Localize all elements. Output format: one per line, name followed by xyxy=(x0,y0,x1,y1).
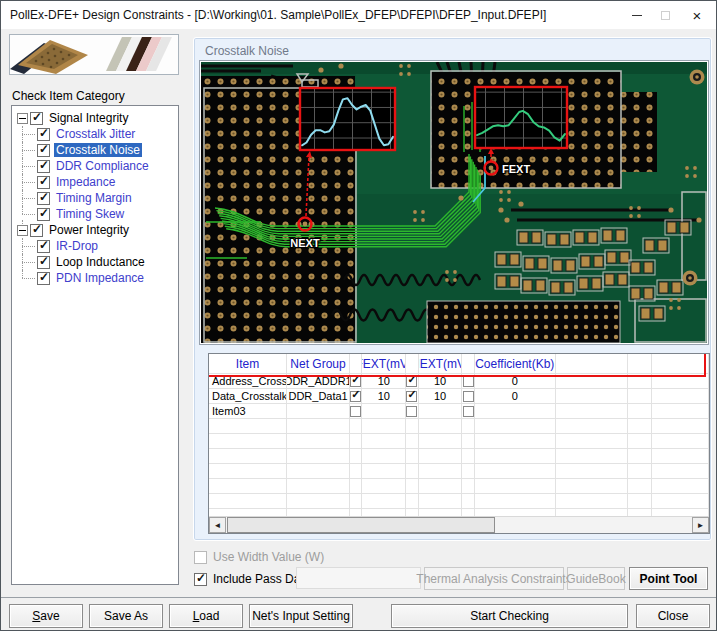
tree-item-signal-integrity[interactable]: ✓Signal Integrity xyxy=(12,110,178,126)
tree-item-crosstalk-jitter[interactable]: ✓Crosstalk Jitter xyxy=(12,126,178,142)
table-cell[interactable] xyxy=(556,464,628,479)
tree-checkbox[interactable]: ✓ xyxy=(37,176,50,189)
table-cell[interactable] xyxy=(628,374,652,389)
table-checkbox[interactable] xyxy=(463,391,474,402)
table-cell[interactable] xyxy=(406,434,418,449)
tree-item-ddr-compliance[interactable]: ✓DDR Compliance xyxy=(12,158,178,174)
table-cell[interactable] xyxy=(628,434,652,449)
table-cell[interactable] xyxy=(556,419,628,434)
nets-input-setting-button[interactable]: Net's Input Setting xyxy=(249,604,353,628)
table-cell[interactable] xyxy=(419,449,463,464)
tree-checkbox[interactable]: ✓ xyxy=(37,256,50,269)
start-checking-button[interactable]: Start Checking xyxy=(391,604,628,628)
table-cell[interactable] xyxy=(462,419,474,434)
table-cell[interactable] xyxy=(419,494,463,509)
table-cell[interactable] xyxy=(406,404,418,419)
table-cell[interactable] xyxy=(652,404,709,419)
table-checkbox[interactable] xyxy=(463,376,474,387)
table-cell[interactable] xyxy=(652,464,709,479)
table-cell[interactable] xyxy=(556,374,628,389)
tree-item-crosstalk-noise[interactable]: ✓Crosstalk Noise xyxy=(12,142,178,158)
tree-checkbox[interactable]: ✓ xyxy=(37,144,50,157)
tree-checkbox[interactable]: ✓ xyxy=(37,272,50,285)
table-checkbox[interactable]: ✓ xyxy=(350,391,361,402)
table-cell[interactable] xyxy=(462,374,474,389)
table-cell[interactable] xyxy=(628,449,652,464)
table-cell[interactable] xyxy=(287,449,350,464)
save-button[interactable]: Save xyxy=(9,604,83,628)
tree-checkbox[interactable]: ✓ xyxy=(37,128,50,141)
table-cell[interactable] xyxy=(362,464,406,479)
table-cell[interactable] xyxy=(475,464,556,479)
table-cell[interactable] xyxy=(419,434,463,449)
table-cell[interactable] xyxy=(628,479,652,494)
table-cell[interactable] xyxy=(628,389,652,404)
table-cell[interactable] xyxy=(462,449,474,464)
table-cell[interactable] xyxy=(350,419,362,434)
table-cell[interactable] xyxy=(362,434,406,449)
table-cell[interactable] xyxy=(287,464,350,479)
table-cell[interactable] xyxy=(628,494,652,509)
tree-item-power-integrity[interactable]: ✓Power Integrity xyxy=(12,222,178,238)
table-cell[interactable] xyxy=(350,449,362,464)
table-cell[interactable] xyxy=(628,419,652,434)
load-button[interactable]: Load xyxy=(169,604,243,628)
tree-item-impedance[interactable]: ✓Impedance xyxy=(12,174,178,190)
tree-checkbox[interactable]: ✓ xyxy=(30,224,43,237)
table-cell[interactable] xyxy=(462,389,474,404)
table-cell[interactable] xyxy=(287,434,350,449)
table-cell[interactable]: DDR_ADDR1 xyxy=(287,374,350,389)
table-cell[interactable] xyxy=(475,434,556,449)
table-cell[interactable] xyxy=(475,479,556,494)
table-cell[interactable] xyxy=(556,449,628,464)
table-cell[interactable] xyxy=(362,404,406,419)
table-checkbox[interactable]: ✓ xyxy=(350,376,361,387)
tree-checkbox[interactable]: ✓ xyxy=(37,192,50,205)
table-cell[interactable]: Data_Crosstalk xyxy=(209,389,287,404)
table-cell[interactable] xyxy=(419,479,463,494)
table-cell[interactable]: ✓ xyxy=(350,374,362,389)
scroll-right-button[interactable]: ► xyxy=(692,517,709,533)
table-cell[interactable] xyxy=(209,434,287,449)
table-cell[interactable] xyxy=(350,464,362,479)
table-cell[interactable] xyxy=(406,494,418,509)
table-cell[interactable] xyxy=(209,479,287,494)
table-cell[interactable] xyxy=(287,494,350,509)
table-cell[interactable]: ✓ xyxy=(350,389,362,404)
table-cell[interactable] xyxy=(350,434,362,449)
table-cell[interactable] xyxy=(406,449,418,464)
table-cell[interactable] xyxy=(475,404,556,419)
table-cell[interactable] xyxy=(556,494,628,509)
table-cell[interactable] xyxy=(462,434,474,449)
table-cell[interactable] xyxy=(652,479,709,494)
table-cell[interactable]: 0 xyxy=(475,389,556,404)
table-cell[interactable] xyxy=(556,479,628,494)
table-cell[interactable]: Item03 xyxy=(209,404,287,419)
table-cell[interactable]: 10 xyxy=(362,389,406,404)
tree-item-loop-inductance[interactable]: ✓Loop Inductance xyxy=(12,254,178,270)
tree-item-ir-drop[interactable]: ✓IR-Drop xyxy=(12,238,178,254)
include-pass-data-checkbox[interactable]: ✓ xyxy=(194,573,207,586)
table-cell[interactable] xyxy=(462,494,474,509)
table-cell[interactable] xyxy=(652,389,709,404)
scrollbar-thumb[interactable] xyxy=(227,517,495,533)
table-cell[interactable] xyxy=(556,404,628,419)
point-tool-button[interactable]: Point Tool xyxy=(629,567,708,590)
table-cell[interactable]: 0 xyxy=(475,374,556,389)
table-cell[interactable] xyxy=(406,419,418,434)
tree-item-pdn-impedance[interactable]: ✓PDN Impedance xyxy=(12,270,178,286)
table-cell[interactable] xyxy=(652,494,709,509)
table-cell[interactable] xyxy=(556,434,628,449)
table-cell[interactable] xyxy=(419,404,463,419)
tree-expand-icon[interactable] xyxy=(17,113,28,124)
table-cell[interactable] xyxy=(287,404,350,419)
table-cell[interactable] xyxy=(209,419,287,434)
table-cell[interactable] xyxy=(419,419,463,434)
table-cell[interactable] xyxy=(628,464,652,479)
close-button[interactable]: Close xyxy=(636,604,710,628)
tree-checkbox[interactable]: ✓ xyxy=(37,208,50,221)
table-cell[interactable] xyxy=(350,494,362,509)
table-cell[interactable] xyxy=(362,419,406,434)
table-cell[interactable] xyxy=(475,419,556,434)
tree-item-timing-skew[interactable]: ✓Timing Skew xyxy=(12,206,178,222)
